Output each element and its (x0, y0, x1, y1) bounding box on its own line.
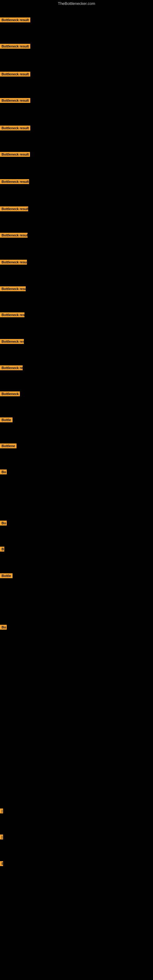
bottleneck-badge-20[interactable]: B (0, 547, 4, 552)
bottleneck-badge-container-20: B (0, 547, 4, 553)
bottleneck-badge-3[interactable]: Bottleneck result (0, 72, 30, 76)
bottleneck-badge-25[interactable]: B (0, 861, 3, 866)
bottleneck-badge-14[interactable]: Bottleneck re (0, 365, 22, 370)
bottleneck-badge-container-8: Bottleneck result (0, 207, 28, 213)
bottleneck-badge-container-24: | (0, 835, 3, 841)
bottleneck-badge-18[interactable]: Bo (0, 469, 7, 474)
bottleneck-badge-container-14: Bottleneck re (0, 365, 22, 371)
bottleneck-badge-9[interactable]: Bottleneck result (0, 233, 27, 238)
bottleneck-badge-container-17: Bottlene (0, 444, 16, 450)
bottleneck-badge-8[interactable]: Bottleneck result (0, 207, 28, 211)
bottleneck-badge-21[interactable]: Bottle (0, 573, 13, 578)
bottleneck-badge-container-2: Bottleneck result (0, 44, 30, 50)
bottleneck-badge-13[interactable]: Bottleneck res (0, 339, 24, 344)
bottleneck-badge-container-12: Bottleneck res (0, 312, 24, 318)
bottleneck-badge-container-4: Bottleneck result (0, 98, 30, 104)
bottleneck-badge-container-6: Bottleneck result (0, 152, 30, 158)
bottleneck-badge-12[interactable]: Bottleneck res (0, 312, 24, 317)
bottleneck-badge-11[interactable]: Bottleneck resu (0, 286, 26, 291)
bottleneck-badge-6[interactable]: Bottleneck result (0, 152, 30, 157)
bottleneck-badge-19[interactable]: Bo (0, 520, 7, 525)
bottleneck-badge-container-16: Bottle (0, 417, 13, 423)
bottleneck-badge-2[interactable]: Bottleneck result (0, 44, 30, 49)
bottleneck-badge-container-18: Bo (0, 469, 7, 476)
bottleneck-badge-16[interactable]: Bottle (0, 417, 13, 422)
bottleneck-badge-container-25: B (0, 861, 3, 867)
bottleneck-badge-container-9: Bottleneck result (0, 233, 27, 239)
bottleneck-badge-container-3: Bottleneck result (0, 72, 30, 78)
bottleneck-badge-5[interactable]: Bottleneck result (0, 126, 30, 130)
bottleneck-badge-container-5: Bottleneck result (0, 126, 30, 132)
bottleneck-badge-container-13: Bottleneck res (0, 339, 24, 345)
bottleneck-badge-22[interactable]: Bo (0, 625, 7, 630)
bottleneck-badge-container-21: Bottle (0, 573, 13, 579)
bottleneck-badge-container-7: Bottleneck result (0, 179, 29, 185)
bottleneck-badge-container-10: Bottleneck result (0, 260, 27, 266)
bottleneck-badge-1[interactable]: Bottleneck result (0, 18, 30, 22)
bottleneck-badge-10[interactable]: Bottleneck result (0, 260, 27, 265)
bottleneck-badge-23[interactable]: | (0, 808, 3, 813)
bottleneck-badge-container-19: Bo (0, 520, 7, 527)
bottleneck-badge-container-11: Bottleneck resu (0, 286, 26, 293)
bottleneck-badge-container-15: Bottleneck (0, 391, 20, 398)
site-title: TheBottlenecker.com (0, 0, 153, 7)
bottleneck-badge-7[interactable]: Bottleneck result (0, 179, 29, 184)
bottleneck-badge-container-1: Bottleneck result (0, 18, 30, 24)
bottleneck-badge-container-23: | (0, 808, 3, 815)
bottleneck-badge-container-22: Bo (0, 625, 7, 631)
bottleneck-badge-15[interactable]: Bottleneck (0, 391, 20, 396)
bottleneck-badge-24[interactable]: | (0, 835, 3, 840)
bottleneck-badge-17[interactable]: Bottlene (0, 444, 16, 449)
bottleneck-badge-4[interactable]: Bottleneck result (0, 98, 30, 103)
